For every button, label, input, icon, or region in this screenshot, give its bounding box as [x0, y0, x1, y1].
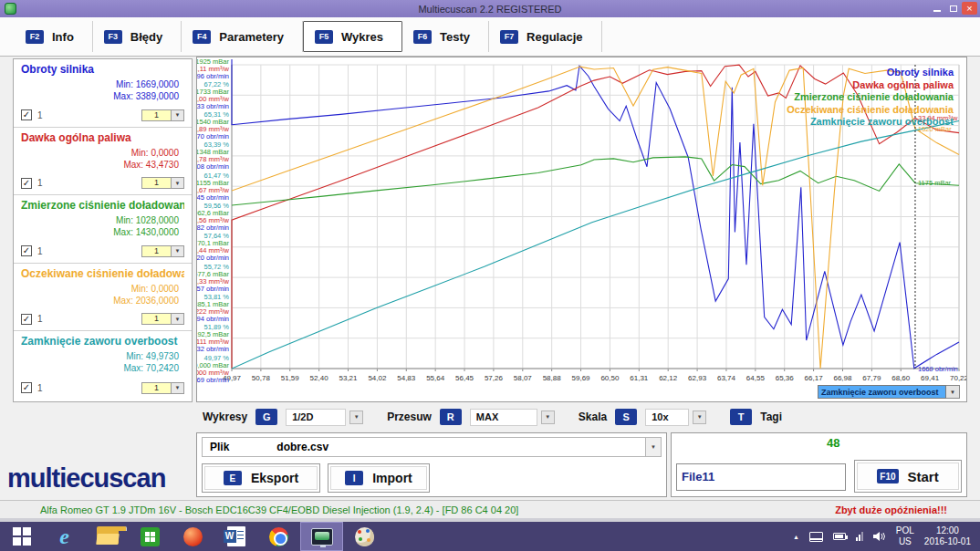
- language-line1: POL: [896, 525, 914, 536]
- tab-testy[interactable]: F6 Testy: [402, 21, 489, 52]
- chevron-down-icon[interactable]: ▼: [172, 177, 184, 189]
- chart-svg[interactable]: 49,9750,7851,5952,4053,2154,0254,8355,64…: [197, 57, 966, 401]
- parameter-scale-select[interactable]: 1▼: [141, 382, 184, 394]
- parameter-channel: 1: [37, 246, 43, 256]
- chevron-down-icon[interactable]: ▼: [172, 313, 184, 325]
- parameter-title: Zmierzone ciśnienie doładowania: [21, 199, 184, 212]
- paint-app-button[interactable]: [343, 522, 386, 551]
- series-select[interactable]: Zamknięcie zaworu overboost ▼: [818, 385, 960, 399]
- tab-testy-label: Testy: [440, 30, 470, 44]
- parameter-scale-value: 1: [141, 382, 172, 394]
- start-menu-button[interactable]: [0, 522, 43, 551]
- parameter-max: Max: 3389,0000: [21, 90, 184, 102]
- parameter-title: Obroty silnika: [21, 63, 184, 76]
- app-icon: [5, 3, 16, 15]
- skala-select[interactable]: 10x ▼: [645, 409, 706, 426]
- maximize-button[interactable]: [945, 2, 961, 15]
- legend-entry: Dawka ogólna paliwa: [852, 79, 954, 90]
- start-button[interactable]: F10 Start: [854, 460, 962, 493]
- parameter-group-1: Obroty silnikaMin: 1669,0000Max: 3389,00…: [14, 59, 192, 128]
- red-sphere-app-icon: [183, 527, 203, 546]
- file-panel: Plik dobre.csv ▼ E Eksport I Import: [196, 432, 667, 497]
- chart-controls: Wykresy G 1/2D ▼ Przesuw R MAX ▼ Skala S…: [203, 407, 782, 427]
- word-button[interactable]: W: [214, 522, 257, 551]
- parameter-min: Min: 0,0000: [21, 283, 184, 295]
- f10-key-badge: F10: [877, 469, 898, 483]
- x-tick-label: 58,07: [514, 374, 533, 382]
- wykresy-select[interactable]: 1/2D ▼: [286, 409, 363, 426]
- taskbar: e W ▲ POL US 12:00 2016-10-01: [0, 522, 980, 551]
- chevron-down-icon[interactable]: ▼: [172, 109, 184, 121]
- x-tick-label: 54,02: [368, 374, 387, 382]
- parameter-checkbox[interactable]: ✓: [21, 109, 32, 120]
- przesuw-select[interactable]: MAX ▼: [470, 409, 555, 426]
- import-button-label: Import: [372, 471, 412, 485]
- x-tick-label: 60,50: [600, 374, 620, 382]
- x-tick-label: 62,12: [659, 374, 678, 382]
- tab-regulacje[interactable]: F7 Regulacje: [489, 21, 601, 52]
- tray-window-icon[interactable]: [809, 532, 823, 542]
- minimize-button[interactable]: [929, 2, 944, 15]
- wykresy-select-value: 1/2D: [286, 409, 346, 426]
- internet-explorer-button[interactable]: e: [43, 522, 86, 551]
- parameter-checkbox[interactable]: ✓: [21, 178, 32, 189]
- chevron-down-icon[interactable]: ▼: [172, 245, 184, 257]
- red-sphere-app-button[interactable]: [172, 522, 214, 551]
- internet-explorer-icon: e: [59, 526, 69, 546]
- windows-logo-icon: [13, 527, 31, 546]
- chevron-down-icon[interactable]: ▼: [541, 411, 555, 424]
- chevron-down-icon[interactable]: ▼: [349, 411, 363, 424]
- file-explorer-button[interactable]: [86, 522, 129, 551]
- close-button[interactable]: ×: [962, 2, 977, 15]
- chevron-down-icon[interactable]: ▼: [645, 438, 661, 456]
- tab-bledy[interactable]: F3 Błędy: [93, 21, 182, 52]
- x-tick-label: 53,21: [339, 374, 359, 382]
- f6-key-badge: F6: [413, 30, 432, 44]
- parameter-checkbox[interactable]: ✓: [21, 314, 32, 325]
- parameter-min: Min: 0,0000: [21, 147, 184, 159]
- parameter-checkbox[interactable]: ✓: [21, 382, 32, 393]
- multiecuscan-taskbar-button[interactable]: [300, 522, 343, 551]
- parameter-scale-select[interactable]: 1▼: [141, 313, 184, 325]
- parameter-scale-select[interactable]: 1▼: [141, 177, 184, 189]
- battery-icon[interactable]: [833, 533, 846, 540]
- file-select[interactable]: Plik dobre.csv ▼: [202, 437, 662, 457]
- parameter-scale-select[interactable]: 1▼: [141, 245, 184, 257]
- import-button[interactable]: I Import: [328, 463, 430, 493]
- parameter-group-4: Oczekiwane ciśnienie doładowaniaMin: 0,0…: [14, 264, 192, 332]
- parameter-min: Min: 1669,0000: [21, 78, 184, 90]
- network-signal-icon[interactable]: [856, 532, 863, 541]
- parameter-title: Oczekiwane ciśnienie doładowania: [21, 267, 184, 280]
- x-tick-label: 67,79: [862, 374, 881, 382]
- speaker-icon[interactable]: [873, 531, 886, 542]
- chevron-down-icon[interactable]: ▼: [172, 382, 184, 394]
- chrome-button[interactable]: [257, 522, 300, 551]
- tab-parametery[interactable]: F4 Parametery: [182, 21, 303, 52]
- f4-key-badge: F4: [193, 30, 211, 44]
- x-tick-label: 57,26: [485, 374, 504, 382]
- store-button[interactable]: [129, 522, 172, 551]
- tray-expand-icon[interactable]: ▲: [793, 534, 799, 540]
- y-axis-label: 1994 obr/min: [197, 315, 229, 323]
- chevron-down-icon[interactable]: ▼: [693, 411, 706, 424]
- chart-panel[interactable]: 49,9750,7851,5952,4053,2154,0254,8355,64…: [196, 57, 967, 402]
- chevron-down-icon[interactable]: ▼: [946, 385, 960, 399]
- parameter-checkbox[interactable]: ✓: [21, 245, 32, 256]
- wykresy-label: Wykresy: [203, 411, 247, 423]
- tagi-label[interactable]: Tagi: [760, 411, 782, 423]
- eksport-button[interactable]: E Eksport: [202, 463, 320, 493]
- legend-entry: Zmierzone ciśnienie doładowania: [794, 91, 954, 102]
- przesuw-select-value: MAX: [470, 409, 537, 426]
- parameter-scale-select[interactable]: 1▼: [141, 109, 184, 121]
- language-indicator[interactable]: POL US: [896, 525, 914, 547]
- y-axis-label: 3133 obr/min: [197, 102, 229, 110]
- clock[interactable]: 12:00 2016-10-01: [924, 525, 971, 547]
- y-axis-label: 1669 obr/min: [197, 376, 229, 384]
- filename-input[interactable]: File11: [676, 463, 846, 491]
- series-line-pct: [232, 121, 959, 369]
- y-axis-label: 2157 obr/min: [197, 285, 229, 293]
- parameter-scale-value: 1: [141, 245, 172, 257]
- tab-info[interactable]: F2 Info: [15, 21, 93, 52]
- x-tick-label: 51,59: [281, 374, 300, 382]
- tab-wykres[interactable]: F5 Wykres: [303, 21, 402, 52]
